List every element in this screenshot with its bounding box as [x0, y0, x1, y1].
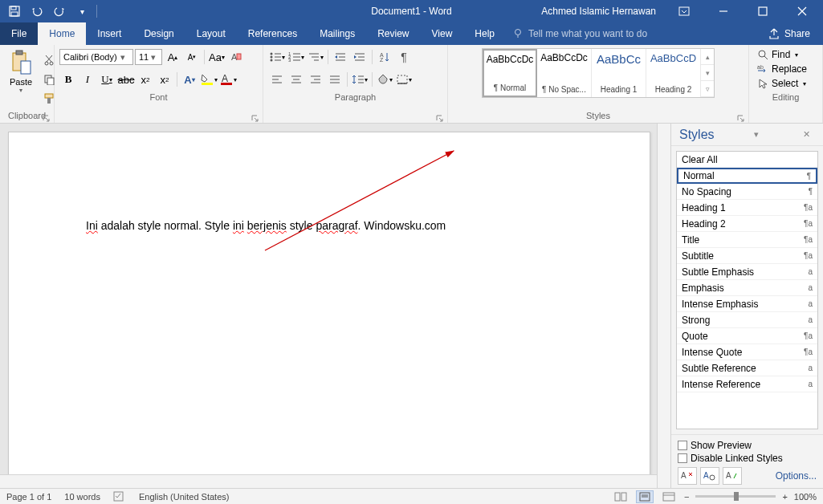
- style-list-item[interactable]: Intense Quote¶a: [677, 344, 817, 360]
- style-list-item[interactable]: Clear All: [677, 152, 817, 168]
- shrink-font-icon[interactable]: A▾: [183, 48, 201, 66]
- tab-references[interactable]: References: [237, 22, 308, 45]
- style-list-item[interactable]: Heading 1¶a: [677, 200, 817, 216]
- line-spacing-icon[interactable]: ▾: [351, 71, 369, 88]
- font-color-icon[interactable]: A▾: [219, 71, 237, 88]
- maximize-button[interactable]: [744, 0, 780, 22]
- superscript-button[interactable]: x2: [156, 71, 173, 88]
- save-icon[interactable]: [6, 3, 22, 19]
- change-case-icon[interactable]: Aa▾: [208, 48, 226, 66]
- style-list-item[interactable]: Stronga: [677, 312, 817, 328]
- zoom-slider[interactable]: [695, 495, 776, 498]
- zoom-level[interactable]: 100%: [794, 492, 817, 502]
- find-button[interactable]: Find▾: [754, 48, 817, 61]
- undo-icon[interactable]: [29, 3, 45, 19]
- disable-linked-checkbox[interactable]: Disable Linked Styles: [678, 453, 817, 464]
- numbering-icon[interactable]: 123▾: [287, 48, 305, 66]
- increase-indent-icon[interactable]: [351, 48, 369, 66]
- scrollbar-horizontal[interactable]: [0, 474, 657, 488]
- tab-review[interactable]: Review: [366, 22, 420, 45]
- tab-help[interactable]: Help: [463, 22, 506, 45]
- font-name-combo[interactable]: Calibri (Body)▾: [59, 49, 133, 65]
- style-heading-2[interactable]: AaBbCcD Heading 2: [646, 49, 701, 97]
- document-area[interactable]: Ini adalah style normal. Style ini berje…: [0, 124, 670, 488]
- font-launcher-icon[interactable]: [251, 112, 261, 121]
- style-list-item[interactable]: Subtitle¶a: [677, 248, 817, 264]
- multilevel-list-icon[interactable]: ▾: [307, 48, 324, 66]
- style-list-item[interactable]: Emphasisa: [677, 280, 817, 296]
- ribbon-options-icon[interactable]: [666, 0, 702, 22]
- scrollbar-vertical[interactable]: [657, 124, 670, 488]
- align-left-icon[interactable]: [268, 71, 286, 88]
- style-list-item[interactable]: Quote¶a: [677, 328, 817, 344]
- style-no-spacing[interactable]: AaBbCcDc ¶ No Spac...: [537, 49, 592, 97]
- tab-mailings[interactable]: Mailings: [308, 22, 366, 45]
- show-preview-checkbox[interactable]: Show Preview: [678, 440, 817, 451]
- strikethrough-button[interactable]: abc: [117, 71, 135, 88]
- page[interactable]: Ini adalah style normal. Style ini berje…: [8, 132, 650, 485]
- paste-button[interactable]: Paste ▾: [5, 48, 37, 96]
- share-button[interactable]: Share: [756, 22, 823, 45]
- web-layout-icon[interactable]: [660, 490, 678, 503]
- underline-button[interactable]: U▾: [98, 71, 116, 88]
- status-words[interactable]: 10 words: [64, 492, 100, 502]
- style-list-item[interactable]: Intense Referencea: [677, 376, 817, 392]
- status-page[interactable]: Page 1 of 1: [6, 492, 51, 502]
- tab-view[interactable]: View: [421, 22, 464, 45]
- read-mode-icon[interactable]: [612, 490, 629, 503]
- styles-up-icon[interactable]: ▴: [701, 49, 714, 65]
- subscript-button[interactable]: x2: [136, 71, 154, 88]
- sort-icon[interactable]: AZ: [376, 48, 393, 66]
- style-list-item[interactable]: Title¶a: [677, 232, 817, 248]
- print-layout-icon[interactable]: [636, 490, 654, 503]
- manage-styles-icon[interactable]: A: [723, 467, 742, 485]
- qat-dropdown-icon[interactable]: ▾: [74, 3, 90, 19]
- tab-layout[interactable]: Layout: [185, 22, 237, 45]
- tab-file[interactable]: File: [0, 22, 38, 45]
- style-list-item[interactable]: Normal¶: [677, 168, 817, 184]
- new-style-icon[interactable]: A: [678, 467, 697, 485]
- styles-down-icon[interactable]: ▾: [701, 65, 714, 81]
- pane-close-icon[interactable]: ✕: [799, 129, 815, 140]
- style-list-item[interactable]: Subtle Referencea: [677, 360, 817, 376]
- tab-home[interactable]: Home: [38, 22, 86, 45]
- shading-icon[interactable]: ▾: [376, 71, 393, 88]
- clear-formatting-icon[interactable]: A: [227, 48, 245, 66]
- decrease-indent-icon[interactable]: [332, 48, 349, 66]
- style-list-item[interactable]: Heading 2¶a: [677, 216, 817, 232]
- font-size-combo[interactable]: 11▾: [135, 49, 162, 65]
- style-normal[interactable]: AaBbCcDc ¶ Normal: [483, 49, 537, 97]
- borders-icon[interactable]: ▾: [395, 71, 413, 88]
- style-heading-1[interactable]: AaBbCc Heading 1: [592, 49, 646, 97]
- select-button[interactable]: Select▾: [754, 77, 817, 90]
- align-right-icon[interactable]: [307, 71, 324, 88]
- italic-button[interactable]: I: [79, 71, 96, 88]
- redo-icon[interactable]: [51, 3, 67, 19]
- align-center-icon[interactable]: [287, 71, 305, 88]
- bullets-icon[interactable]: ▾: [268, 48, 286, 66]
- style-list-item[interactable]: Subtle Emphasisa: [677, 264, 817, 280]
- zoom-in-icon[interactable]: +: [782, 492, 787, 502]
- styles-launcher-icon[interactable]: [737, 112, 747, 121]
- bold-button[interactable]: B: [59, 71, 77, 88]
- style-list-item[interactable]: Intense Emphasisa: [677, 296, 817, 312]
- document-text[interactable]: Ini adalah style normal. Style ini berje…: [86, 219, 446, 233]
- style-inspector-icon[interactable]: A: [700, 467, 719, 485]
- replace-button[interactable]: ab Replace: [754, 63, 817, 75]
- tab-insert[interactable]: Insert: [86, 22, 132, 45]
- text-effects-icon[interactable]: A▾: [181, 71, 198, 88]
- tab-design[interactable]: Design: [132, 22, 185, 45]
- styles-options-link[interactable]: Options...: [776, 470, 817, 482]
- clipboard-launcher-icon[interactable]: [43, 112, 52, 121]
- tell-me-search[interactable]: Tell me what you want to do: [512, 22, 647, 45]
- pane-dropdown-icon[interactable]: ▾: [748, 129, 764, 140]
- status-language[interactable]: English (United States): [139, 492, 230, 502]
- zoom-out-icon[interactable]: −: [684, 492, 689, 502]
- status-proofing-icon[interactable]: [113, 490, 126, 503]
- style-list-item[interactable]: No Spacing¶: [677, 184, 817, 200]
- minimize-button[interactable]: [705, 0, 741, 22]
- highlight-color-icon[interactable]: ▾: [200, 71, 218, 88]
- paragraph-launcher-icon[interactable]: [436, 112, 446, 121]
- styles-more-icon[interactable]: ▿: [701, 81, 714, 97]
- close-button[interactable]: [784, 0, 820, 22]
